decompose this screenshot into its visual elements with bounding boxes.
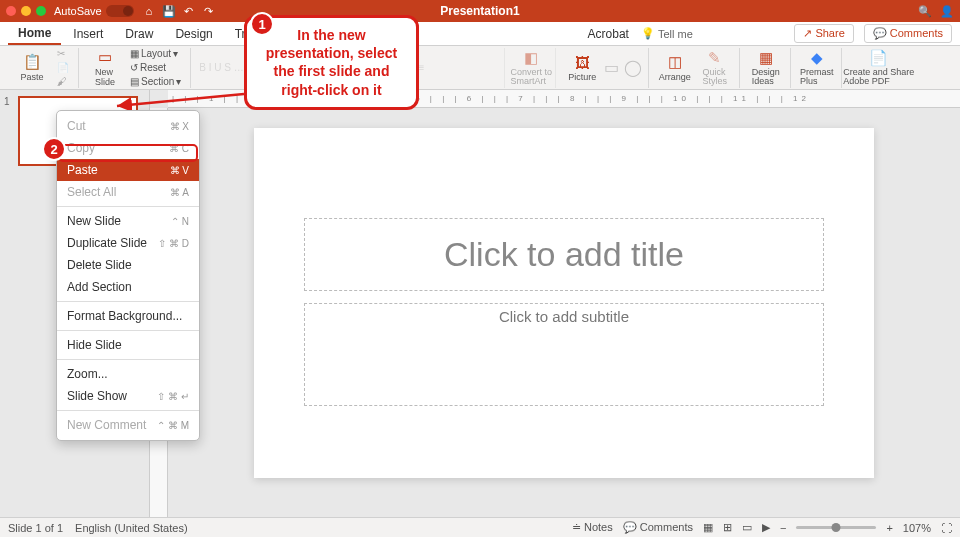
maximize-window-icon[interactable] — [36, 6, 46, 16]
section-button[interactable]: ▤ Section ▾ — [127, 75, 184, 88]
scissors-icon: ✂ — [57, 48, 65, 59]
premast-button[interactable]: ◆ Premast Plus — [799, 48, 835, 88]
copy-button[interactable]: 📄 — [54, 61, 72, 74]
premast-icon: ◆ — [807, 49, 827, 67]
reset-label: Reset — [140, 62, 166, 73]
minimize-window-icon[interactable] — [21, 6, 31, 16]
subtitle-placeholder[interactable]: Click to add subtitle — [304, 303, 824, 406]
convert-label: Convert to SmartArt — [511, 68, 553, 86]
shapes-gallery[interactable]: ▭ ◯ — [604, 58, 641, 77]
design-ideas-button[interactable]: ▦ Design Ideas — [748, 48, 784, 88]
window-controls[interactable] — [6, 6, 46, 16]
convert-smartart-button[interactable]: ◧ Convert to SmartArt — [513, 48, 549, 88]
ctx-copy-label: Copy — [67, 141, 95, 155]
ctx-hide-slide[interactable]: Hide Slide — [57, 334, 199, 356]
quick-styles-label: Quick Styles — [703, 68, 728, 86]
cut-button[interactable]: ✂ — [54, 47, 72, 60]
view-slideshow-icon[interactable]: ▶ — [762, 521, 770, 534]
search-icon[interactable]: 🔍 — [918, 5, 932, 18]
ctx-paste[interactable]: Paste⌘ V — [57, 159, 199, 181]
adobe-pdf-button[interactable]: 📄 Create and Share Adobe PDF — [850, 48, 908, 88]
notes-button[interactable]: ≐ Notes — [572, 521, 613, 534]
smartart-icon: ◧ — [521, 49, 541, 67]
paste-button[interactable]: 📋 Paste — [14, 48, 50, 88]
tab-acrobat[interactable]: Acrobat — [578, 23, 639, 44]
format-painter-button[interactable]: 🖌 — [54, 75, 72, 88]
zoom-level[interactable]: 107% — [903, 522, 931, 534]
tab-design[interactable]: Design — [165, 23, 222, 44]
quick-access-toolbar: ⌂ 💾 ↶ ↷ — [142, 4, 216, 18]
ctx-del-label: Delete Slide — [67, 258, 132, 272]
ctx-section-label: Add Section — [67, 280, 132, 294]
language[interactable]: English (United States) — [75, 522, 188, 534]
clipboard-icon: 📋 — [22, 53, 42, 71]
step-badge-2: 2 — [42, 137, 66, 161]
ctx-newslide-label: New Slide — [67, 214, 121, 228]
ctx-ss-sc: ⇧ ⌘ ↵ — [157, 391, 189, 402]
toggle-off-icon[interactable] — [106, 5, 134, 17]
ctx-dup-label: Duplicate Slide — [67, 236, 147, 250]
quick-styles-icon: ✎ — [705, 49, 725, 67]
slide-canvas[interactable]: Click to add title Click to add subtitle — [254, 128, 874, 478]
autosave-toggle[interactable]: AutoSave — [54, 5, 134, 17]
close-window-icon[interactable] — [6, 6, 16, 16]
copy-icon: 📄 — [57, 62, 69, 73]
ctx-newslide-sc: ⌃ N — [171, 216, 189, 227]
slide-editor: | | | 1 | | | 2 | | | 3 | | | 4 | | | 5 … — [150, 90, 960, 517]
zoom-out-button[interactable]: − — [780, 522, 786, 534]
view-normal-icon[interactable]: ▦ — [703, 521, 713, 534]
share-icon: ↗ — [803, 27, 812, 39]
tab-home[interactable]: Home — [8, 22, 61, 45]
layout-icon: ▦ — [130, 48, 139, 59]
ctx-duplicate-slide[interactable]: Duplicate Slide⇧ ⌘ D — [57, 232, 199, 254]
tab-draw[interactable]: Draw — [115, 23, 163, 44]
ctx-selectall-label: Select All — [67, 185, 116, 199]
adobe-icon: 📄 — [869, 49, 889, 67]
share-button[interactable]: ↗ Share — [794, 24, 853, 43]
picture-label: Picture — [568, 72, 596, 82]
premast-label: Premast Plus — [800, 68, 834, 86]
new-slide-button[interactable]: ▭ New Slide — [87, 48, 123, 88]
ctx-zoom[interactable]: Zoom... — [57, 363, 199, 385]
design-ideas-icon: ▦ — [756, 49, 776, 67]
comments-button[interactable]: 💬 Comments — [864, 24, 952, 43]
ctx-new-comment[interactable]: New Comment⌃ ⌘ M — [57, 414, 199, 436]
undo-icon[interactable]: ↶ — [182, 4, 196, 18]
tab-insert[interactable]: Insert — [63, 23, 113, 44]
ctx-select-all[interactable]: Select All⌘ A — [57, 181, 199, 203]
layout-label: Layout — [141, 48, 171, 59]
arrange-button[interactable]: ◫ Arrange — [657, 48, 693, 88]
zoom-slider[interactable] — [796, 526, 876, 529]
account-icon[interactable]: 👤 — [940, 5, 954, 18]
picture-icon: 🖼 — [572, 53, 592, 71]
tell-me-search[interactable]: 💡 Tell me — [641, 27, 693, 40]
title-placeholder[interactable]: Click to add title — [304, 218, 824, 291]
lightbulb-icon: 💡 — [641, 27, 655, 40]
layout-button[interactable]: ▦ Layout ▾ — [127, 47, 184, 60]
comments-pane-label: Comments — [640, 521, 693, 533]
redo-icon[interactable]: ↷ — [202, 4, 216, 18]
brush-icon: 🖌 — [57, 76, 67, 87]
view-reading-icon[interactable]: ▭ — [742, 521, 752, 534]
ctx-dup-sc: ⇧ ⌘ D — [158, 238, 189, 249]
ctx-cut-label: Cut — [67, 119, 86, 133]
comments-pane-button[interactable]: 💬 Comments — [623, 521, 693, 534]
fit-to-window-icon[interactable]: ⛶ — [941, 522, 952, 534]
view-sorter-icon[interactable]: ⊞ — [723, 521, 732, 534]
ctx-new-slide[interactable]: New Slide⌃ N — [57, 210, 199, 232]
picture-button[interactable]: 🖼 Picture — [564, 48, 600, 88]
quick-styles-button[interactable]: ✎ Quick Styles — [697, 48, 733, 88]
ctx-copy[interactable]: Copy⌘ C — [57, 137, 199, 159]
ctx-add-section[interactable]: Add Section — [57, 276, 199, 298]
zoom-in-button[interactable]: + — [886, 522, 892, 534]
reset-button[interactable]: ↺ Reset — [127, 61, 184, 74]
section-label: Section — [141, 76, 174, 87]
ctx-format-background[interactable]: Format Background... — [57, 305, 199, 327]
home-icon[interactable]: ⌂ — [142, 4, 156, 18]
save-icon[interactable]: 💾 — [162, 4, 176, 18]
step-badge-1: 1 — [250, 12, 274, 36]
ctx-slideshow[interactable]: Slide Show⇧ ⌘ ↵ — [57, 385, 199, 407]
ctx-cut[interactable]: Cut⌘ X — [57, 115, 199, 137]
ctx-delete-slide[interactable]: Delete Slide — [57, 254, 199, 276]
ctx-paste-label: Paste — [67, 163, 98, 177]
